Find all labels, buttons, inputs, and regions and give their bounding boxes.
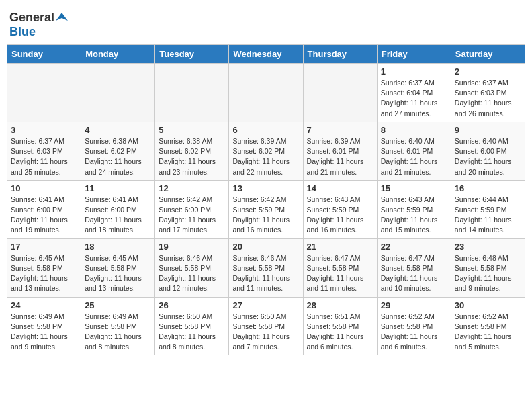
calendar-week-row: 17Sunrise: 6:45 AM Sunset: 5:58 PM Dayli… <box>7 238 525 297</box>
svg-marker-0 <box>56 13 68 21</box>
day-number: 4 <box>85 125 151 135</box>
calendar-day-cell: 3Sunrise: 6:37 AM Sunset: 6:03 PM Daylig… <box>7 122 81 180</box>
calendar-day-cell: 28Sunrise: 6:51 AM Sunset: 5:58 PM Dayli… <box>303 297 377 355</box>
logo-general-text: General <box>9 11 54 25</box>
calendar-day-cell: 2Sunrise: 6:37 AM Sunset: 6:03 PM Daylig… <box>451 64 525 122</box>
day-info: Sunrise: 6:41 AM Sunset: 6:00 PM Dayligh… <box>11 195 77 236</box>
day-number: 25 <box>85 300 151 310</box>
day-info: Sunrise: 6:41 AM Sunset: 6:00 PM Dayligh… <box>85 195 151 236</box>
day-info: Sunrise: 6:37 AM Sunset: 6:03 PM Dayligh… <box>455 78 521 119</box>
day-number: 26 <box>159 300 225 310</box>
calendar-day-cell <box>229 64 303 122</box>
calendar-day-cell: 20Sunrise: 6:46 AM Sunset: 5:58 PM Dayli… <box>229 238 303 297</box>
day-number: 3 <box>11 125 77 135</box>
day-info: Sunrise: 6:40 AM Sunset: 6:00 PM Dayligh… <box>455 136 521 177</box>
day-info: Sunrise: 6:46 AM Sunset: 5:58 PM Dayligh… <box>159 253 225 294</box>
day-info: Sunrise: 6:37 AM Sunset: 6:04 PM Dayligh… <box>381 78 447 119</box>
day-number: 12 <box>159 183 225 193</box>
calendar-day-cell: 10Sunrise: 6:41 AM Sunset: 6:00 PM Dayli… <box>7 180 81 238</box>
calendar-day-cell: 18Sunrise: 6:45 AM Sunset: 5:58 PM Dayli… <box>81 238 155 297</box>
day-info: Sunrise: 6:51 AM Sunset: 5:58 PM Dayligh… <box>307 312 373 353</box>
calendar-day-cell: 8Sunrise: 6:40 AM Sunset: 6:01 PM Daylig… <box>377 122 451 180</box>
calendar-week-row: 24Sunrise: 6:49 AM Sunset: 5:58 PM Dayli… <box>7 297 525 355</box>
day-info: Sunrise: 6:42 AM Sunset: 6:00 PM Dayligh… <box>159 195 225 236</box>
day-info: Sunrise: 6:45 AM Sunset: 5:58 PM Dayligh… <box>11 253 77 294</box>
calendar-day-cell: 22Sunrise: 6:47 AM Sunset: 5:58 PM Dayli… <box>377 238 451 297</box>
calendar-day-cell: 30Sunrise: 6:52 AM Sunset: 5:58 PM Dayli… <box>451 297 525 355</box>
calendar-day-cell: 21Sunrise: 6:47 AM Sunset: 5:58 PM Dayli… <box>303 238 377 297</box>
calendar-day-cell <box>155 64 229 122</box>
calendar-week-row: 10Sunrise: 6:41 AM Sunset: 6:00 PM Dayli… <box>7 180 525 238</box>
day-number: 24 <box>11 300 77 310</box>
weekday-header-thursday: Thursday <box>303 45 377 64</box>
day-info: Sunrise: 6:50 AM Sunset: 5:58 PM Dayligh… <box>159 312 225 353</box>
calendar-day-cell <box>81 64 155 122</box>
weekday-header-monday: Monday <box>81 45 155 64</box>
day-info: Sunrise: 6:42 AM Sunset: 5:59 PM Dayligh… <box>232 195 299 236</box>
day-number: 14 <box>307 183 373 193</box>
calendar-day-cell: 11Sunrise: 6:41 AM Sunset: 6:00 PM Dayli… <box>81 180 155 238</box>
calendar-day-cell: 13Sunrise: 6:42 AM Sunset: 5:59 PM Dayli… <box>229 180 303 238</box>
day-info: Sunrise: 6:50 AM Sunset: 5:58 PM Dayligh… <box>232 312 299 353</box>
day-number: 30 <box>455 300 521 310</box>
calendar-day-cell: 9Sunrise: 6:40 AM Sunset: 6:00 PM Daylig… <box>451 122 525 180</box>
day-number: 8 <box>381 125 447 135</box>
day-number: 28 <box>307 300 373 310</box>
calendar-week-row: 1Sunrise: 6:37 AM Sunset: 6:04 PM Daylig… <box>7 64 525 122</box>
calendar-day-cell: 16Sunrise: 6:44 AM Sunset: 5:59 PM Dayli… <box>451 180 525 238</box>
logo-blue-text: Blue <box>9 25 36 38</box>
day-info: Sunrise: 6:47 AM Sunset: 5:58 PM Dayligh… <box>307 253 373 294</box>
weekday-header-sunday: Sunday <box>7 45 81 64</box>
weekday-header-tuesday: Tuesday <box>155 45 229 64</box>
day-number: 27 <box>232 300 299 310</box>
calendar-week-row: 3Sunrise: 6:37 AM Sunset: 6:03 PM Daylig… <box>7 122 525 180</box>
day-number: 6 <box>232 125 299 135</box>
day-number: 19 <box>159 242 225 252</box>
calendar-day-cell: 15Sunrise: 6:43 AM Sunset: 5:59 PM Dayli… <box>377 180 451 238</box>
calendar-day-cell: 12Sunrise: 6:42 AM Sunset: 6:00 PM Dayli… <box>155 180 229 238</box>
day-info: Sunrise: 6:49 AM Sunset: 5:58 PM Dayligh… <box>11 312 77 353</box>
calendar-day-cell: 25Sunrise: 6:49 AM Sunset: 5:58 PM Dayli… <box>81 297 155 355</box>
calendar-day-cell <box>7 64 81 122</box>
day-number: 16 <box>455 183 521 193</box>
page-header: General Blue <box>7 7 525 39</box>
day-info: Sunrise: 6:43 AM Sunset: 5:59 PM Dayligh… <box>381 195 447 236</box>
day-info: Sunrise: 6:44 AM Sunset: 5:59 PM Dayligh… <box>455 195 521 236</box>
day-number: 17 <box>11 242 77 252</box>
calendar-day-cell: 5Sunrise: 6:38 AM Sunset: 6:02 PM Daylig… <box>155 122 229 180</box>
calendar-day-cell: 26Sunrise: 6:50 AM Sunset: 5:58 PM Dayli… <box>155 297 229 355</box>
day-number: 18 <box>85 242 151 252</box>
day-number: 11 <box>85 183 151 193</box>
day-info: Sunrise: 6:46 AM Sunset: 5:58 PM Dayligh… <box>232 253 299 294</box>
day-info: Sunrise: 6:39 AM Sunset: 6:01 PM Dayligh… <box>307 136 373 177</box>
calendar-table: SundayMondayTuesdayWednesdayThursdayFrid… <box>7 44 525 355</box>
day-info: Sunrise: 6:45 AM Sunset: 5:58 PM Dayligh… <box>85 253 151 294</box>
calendar-day-cell: 6Sunrise: 6:39 AM Sunset: 6:02 PM Daylig… <box>229 122 303 180</box>
calendar-day-cell: 1Sunrise: 6:37 AM Sunset: 6:04 PM Daylig… <box>377 64 451 122</box>
logo-bird-icon <box>56 11 68 24</box>
day-info: Sunrise: 6:43 AM Sunset: 5:59 PM Dayligh… <box>307 195 373 236</box>
day-number: 2 <box>455 66 521 77</box>
day-info: Sunrise: 6:38 AM Sunset: 6:02 PM Dayligh… <box>159 136 225 177</box>
day-number: 9 <box>455 125 521 135</box>
weekday-header-wednesday: Wednesday <box>229 45 303 64</box>
day-number: 22 <box>381 242 447 252</box>
day-number: 5 <box>159 125 225 135</box>
calendar-day-cell: 17Sunrise: 6:45 AM Sunset: 5:58 PM Dayli… <box>7 238 81 297</box>
day-info: Sunrise: 6:39 AM Sunset: 6:02 PM Dayligh… <box>232 136 299 177</box>
day-number: 7 <box>307 125 373 135</box>
day-info: Sunrise: 6:40 AM Sunset: 6:01 PM Dayligh… <box>381 136 447 177</box>
weekday-header-friday: Friday <box>377 45 451 64</box>
calendar-day-cell: 7Sunrise: 6:39 AM Sunset: 6:01 PM Daylig… <box>303 122 377 180</box>
calendar-day-cell <box>303 64 377 122</box>
calendar-day-cell: 29Sunrise: 6:52 AM Sunset: 5:58 PM Dayli… <box>377 297 451 355</box>
day-info: Sunrise: 6:48 AM Sunset: 5:58 PM Dayligh… <box>455 253 521 294</box>
calendar-day-cell: 4Sunrise: 6:38 AM Sunset: 6:02 PM Daylig… <box>81 122 155 180</box>
logo: General Blue <box>9 11 68 39</box>
calendar-day-cell: 27Sunrise: 6:50 AM Sunset: 5:58 PM Dayli… <box>229 297 303 355</box>
weekday-header-saturday: Saturday <box>451 45 525 64</box>
calendar-day-cell: 14Sunrise: 6:43 AM Sunset: 5:59 PM Dayli… <box>303 180 377 238</box>
day-info: Sunrise: 6:37 AM Sunset: 6:03 PM Dayligh… <box>11 136 77 177</box>
calendar-day-cell: 23Sunrise: 6:48 AM Sunset: 5:58 PM Dayli… <box>451 238 525 297</box>
day-info: Sunrise: 6:52 AM Sunset: 5:58 PM Dayligh… <box>381 312 447 353</box>
